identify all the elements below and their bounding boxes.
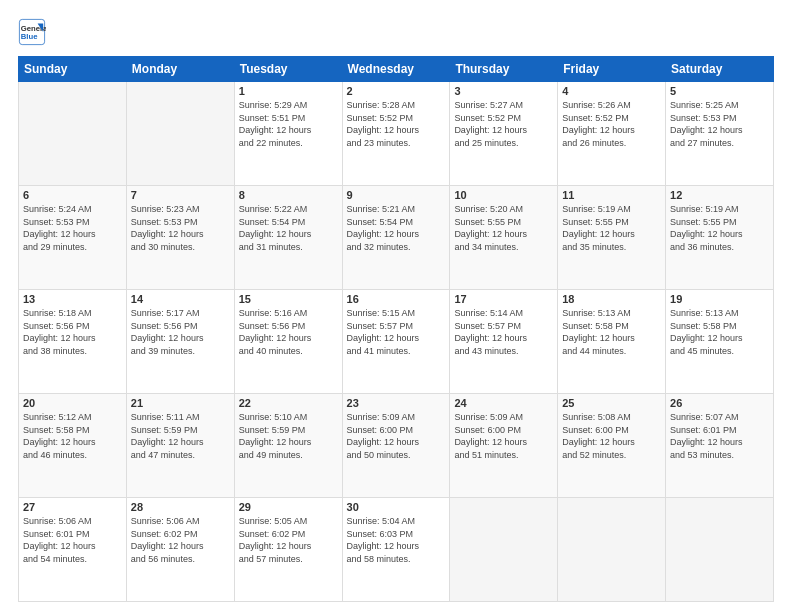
calendar-cell: 8Sunrise: 5:22 AM Sunset: 5:54 PM Daylig… — [234, 186, 342, 290]
calendar-cell: 6Sunrise: 5:24 AM Sunset: 5:53 PM Daylig… — [19, 186, 127, 290]
calendar-cell: 15Sunrise: 5:16 AM Sunset: 5:56 PM Dayli… — [234, 290, 342, 394]
weekday-header-friday: Friday — [558, 57, 666, 82]
day-info: Sunrise: 5:19 AM Sunset: 5:55 PM Dayligh… — [562, 203, 661, 253]
day-info: Sunrise: 5:21 AM Sunset: 5:54 PM Dayligh… — [347, 203, 446, 253]
calendar-cell: 4Sunrise: 5:26 AM Sunset: 5:52 PM Daylig… — [558, 82, 666, 186]
calendar-table: SundayMondayTuesdayWednesdayThursdayFrid… — [18, 56, 774, 602]
header: General Blue — [18, 18, 774, 46]
calendar-cell: 10Sunrise: 5:20 AM Sunset: 5:55 PM Dayli… — [450, 186, 558, 290]
calendar-cell — [558, 498, 666, 602]
day-number: 19 — [670, 293, 769, 305]
day-number: 23 — [347, 397, 446, 409]
day-info: Sunrise: 5:07 AM Sunset: 6:01 PM Dayligh… — [670, 411, 769, 461]
day-number: 26 — [670, 397, 769, 409]
day-number: 11 — [562, 189, 661, 201]
day-info: Sunrise: 5:09 AM Sunset: 6:00 PM Dayligh… — [454, 411, 553, 461]
calendar-cell — [19, 82, 127, 186]
day-info: Sunrise: 5:22 AM Sunset: 5:54 PM Dayligh… — [239, 203, 338, 253]
calendar-cell: 26Sunrise: 5:07 AM Sunset: 6:01 PM Dayli… — [666, 394, 774, 498]
day-info: Sunrise: 5:27 AM Sunset: 5:52 PM Dayligh… — [454, 99, 553, 149]
weekday-header-row: SundayMondayTuesdayWednesdayThursdayFrid… — [19, 57, 774, 82]
day-info: Sunrise: 5:24 AM Sunset: 5:53 PM Dayligh… — [23, 203, 122, 253]
day-info: Sunrise: 5:06 AM Sunset: 6:01 PM Dayligh… — [23, 515, 122, 565]
day-number: 9 — [347, 189, 446, 201]
calendar-cell — [126, 82, 234, 186]
day-number: 3 — [454, 85, 553, 97]
calendar-cell: 28Sunrise: 5:06 AM Sunset: 6:02 PM Dayli… — [126, 498, 234, 602]
day-number: 30 — [347, 501, 446, 513]
day-number: 29 — [239, 501, 338, 513]
day-info: Sunrise: 5:11 AM Sunset: 5:59 PM Dayligh… — [131, 411, 230, 461]
day-info: Sunrise: 5:17 AM Sunset: 5:56 PM Dayligh… — [131, 307, 230, 357]
weekday-header-thursday: Thursday — [450, 57, 558, 82]
day-info: Sunrise: 5:14 AM Sunset: 5:57 PM Dayligh… — [454, 307, 553, 357]
calendar-cell: 24Sunrise: 5:09 AM Sunset: 6:00 PM Dayli… — [450, 394, 558, 498]
day-info: Sunrise: 5:25 AM Sunset: 5:53 PM Dayligh… — [670, 99, 769, 149]
page: General Blue SundayMondayTuesdayWednesda… — [0, 0, 792, 612]
day-number: 10 — [454, 189, 553, 201]
day-info: Sunrise: 5:08 AM Sunset: 6:00 PM Dayligh… — [562, 411, 661, 461]
calendar-week-row: 20Sunrise: 5:12 AM Sunset: 5:58 PM Dayli… — [19, 394, 774, 498]
day-number: 22 — [239, 397, 338, 409]
calendar-cell: 7Sunrise: 5:23 AM Sunset: 5:53 PM Daylig… — [126, 186, 234, 290]
day-info: Sunrise: 5:26 AM Sunset: 5:52 PM Dayligh… — [562, 99, 661, 149]
day-info: Sunrise: 5:15 AM Sunset: 5:57 PM Dayligh… — [347, 307, 446, 357]
calendar-cell: 21Sunrise: 5:11 AM Sunset: 5:59 PM Dayli… — [126, 394, 234, 498]
calendar-cell: 19Sunrise: 5:13 AM Sunset: 5:58 PM Dayli… — [666, 290, 774, 394]
day-info: Sunrise: 5:19 AM Sunset: 5:55 PM Dayligh… — [670, 203, 769, 253]
day-info: Sunrise: 5:29 AM Sunset: 5:51 PM Dayligh… — [239, 99, 338, 149]
day-info: Sunrise: 5:05 AM Sunset: 6:02 PM Dayligh… — [239, 515, 338, 565]
svg-text:Blue: Blue — [21, 32, 38, 41]
day-number: 8 — [239, 189, 338, 201]
calendar-cell: 17Sunrise: 5:14 AM Sunset: 5:57 PM Dayli… — [450, 290, 558, 394]
calendar-cell: 5Sunrise: 5:25 AM Sunset: 5:53 PM Daylig… — [666, 82, 774, 186]
day-number: 15 — [239, 293, 338, 305]
calendar-cell: 20Sunrise: 5:12 AM Sunset: 5:58 PM Dayli… — [19, 394, 127, 498]
calendar-week-row: 27Sunrise: 5:06 AM Sunset: 6:01 PM Dayli… — [19, 498, 774, 602]
day-number: 7 — [131, 189, 230, 201]
day-info: Sunrise: 5:16 AM Sunset: 5:56 PM Dayligh… — [239, 307, 338, 357]
calendar-cell: 2Sunrise: 5:28 AM Sunset: 5:52 PM Daylig… — [342, 82, 450, 186]
weekday-header-saturday: Saturday — [666, 57, 774, 82]
calendar-cell: 14Sunrise: 5:17 AM Sunset: 5:56 PM Dayli… — [126, 290, 234, 394]
day-number: 4 — [562, 85, 661, 97]
weekday-header-sunday: Sunday — [19, 57, 127, 82]
calendar-cell: 22Sunrise: 5:10 AM Sunset: 5:59 PM Dayli… — [234, 394, 342, 498]
day-number: 25 — [562, 397, 661, 409]
day-number: 17 — [454, 293, 553, 305]
calendar-cell: 1Sunrise: 5:29 AM Sunset: 5:51 PM Daylig… — [234, 82, 342, 186]
calendar-cell: 3Sunrise: 5:27 AM Sunset: 5:52 PM Daylig… — [450, 82, 558, 186]
day-number: 18 — [562, 293, 661, 305]
day-number: 1 — [239, 85, 338, 97]
calendar-cell: 9Sunrise: 5:21 AM Sunset: 5:54 PM Daylig… — [342, 186, 450, 290]
calendar-cell — [666, 498, 774, 602]
day-info: Sunrise: 5:23 AM Sunset: 5:53 PM Dayligh… — [131, 203, 230, 253]
day-number: 24 — [454, 397, 553, 409]
day-info: Sunrise: 5:28 AM Sunset: 5:52 PM Dayligh… — [347, 99, 446, 149]
calendar-cell — [450, 498, 558, 602]
day-info: Sunrise: 5:20 AM Sunset: 5:55 PM Dayligh… — [454, 203, 553, 253]
weekday-header-wednesday: Wednesday — [342, 57, 450, 82]
calendar-cell: 11Sunrise: 5:19 AM Sunset: 5:55 PM Dayli… — [558, 186, 666, 290]
calendar-cell: 12Sunrise: 5:19 AM Sunset: 5:55 PM Dayli… — [666, 186, 774, 290]
day-info: Sunrise: 5:09 AM Sunset: 6:00 PM Dayligh… — [347, 411, 446, 461]
day-number: 20 — [23, 397, 122, 409]
calendar-cell: 18Sunrise: 5:13 AM Sunset: 5:58 PM Dayli… — [558, 290, 666, 394]
day-number: 2 — [347, 85, 446, 97]
calendar-cell: 29Sunrise: 5:05 AM Sunset: 6:02 PM Dayli… — [234, 498, 342, 602]
day-number: 28 — [131, 501, 230, 513]
day-info: Sunrise: 5:13 AM Sunset: 5:58 PM Dayligh… — [562, 307, 661, 357]
calendar-cell: 30Sunrise: 5:04 AM Sunset: 6:03 PM Dayli… — [342, 498, 450, 602]
calendar-cell: 16Sunrise: 5:15 AM Sunset: 5:57 PM Dayli… — [342, 290, 450, 394]
day-info: Sunrise: 5:04 AM Sunset: 6:03 PM Dayligh… — [347, 515, 446, 565]
day-number: 14 — [131, 293, 230, 305]
calendar-cell: 25Sunrise: 5:08 AM Sunset: 6:00 PM Dayli… — [558, 394, 666, 498]
day-number: 16 — [347, 293, 446, 305]
day-info: Sunrise: 5:18 AM Sunset: 5:56 PM Dayligh… — [23, 307, 122, 357]
day-info: Sunrise: 5:12 AM Sunset: 5:58 PM Dayligh… — [23, 411, 122, 461]
day-number: 12 — [670, 189, 769, 201]
day-number: 21 — [131, 397, 230, 409]
calendar-cell: 23Sunrise: 5:09 AM Sunset: 6:00 PM Dayli… — [342, 394, 450, 498]
day-number: 5 — [670, 85, 769, 97]
day-number: 27 — [23, 501, 122, 513]
